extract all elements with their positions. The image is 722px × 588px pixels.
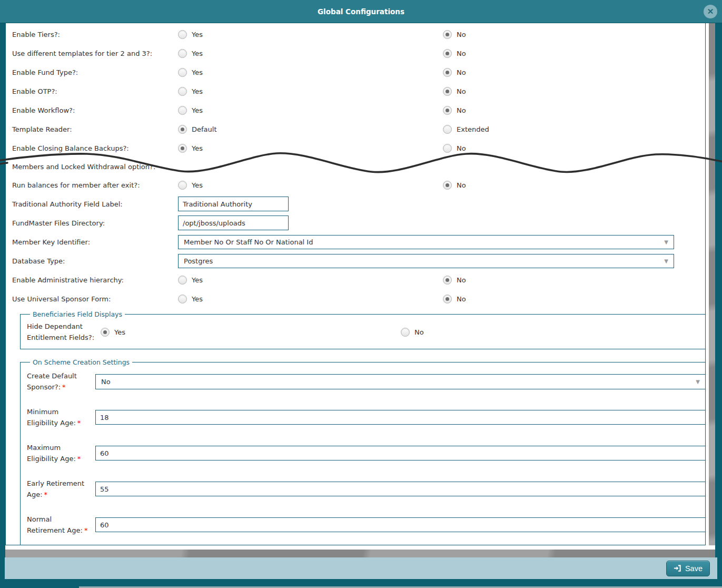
radio-option[interactable]: Yes (101, 328, 401, 337)
radio-button[interactable] (178, 49, 187, 58)
form-row: Traditional Authority Field Label: (12, 194, 705, 213)
field-label: Enable Tiers?: (12, 31, 178, 38)
form-row: Enable Workflow?:YesNo (12, 101, 705, 120)
field-label: Traditional Authority Field Label: (12, 200, 178, 208)
vertical-scrollbar[interactable] (709, 23, 715, 545)
radio-option[interactable]: Yes (178, 87, 443, 96)
form-row: Enable Closing Balance Backups?:YesNo (12, 139, 705, 158)
radio-button[interactable] (443, 295, 452, 303)
radio-option[interactable]: No (443, 295, 705, 303)
radio-option[interactable]: No (443, 276, 705, 285)
radio-option[interactable]: Yes (178, 68, 443, 77)
radio-option-label: No (457, 106, 466, 114)
field-label: Create Default Sponsor?:* (27, 370, 95, 393)
global-configurations-dialog: Global Configurations ✕ Enable Tiers?:Ye… (0, 0, 722, 588)
radio-button[interactable] (178, 276, 187, 285)
field-label: Enable Closing Balance Backups?: (12, 144, 178, 152)
radio-button[interactable] (178, 125, 187, 134)
radio-option[interactable]: Default (178, 125, 443, 134)
required-asterisk: * (77, 419, 81, 427)
radio-option[interactable]: No (443, 106, 705, 115)
radio-button[interactable] (443, 68, 452, 77)
radio-option[interactable]: No (443, 144, 705, 153)
radio-button[interactable] (178, 68, 187, 77)
dropdown-select[interactable]: Member No Or Staff No Or National Id▼ (178, 235, 674, 249)
radio-button[interactable] (101, 328, 110, 337)
text-input[interactable] (95, 482, 706, 496)
radio-option-label: No (457, 144, 466, 152)
form-row: Enable OTP?:YesNo (12, 82, 705, 101)
radio-option[interactable]: No (401, 328, 706, 337)
chevron-down-icon: ▼ (664, 258, 668, 264)
radio-button[interactable] (443, 49, 452, 58)
radio-button[interactable] (178, 106, 187, 115)
dialog-titlebar: Global Configurations ✕ (0, 0, 722, 23)
radio-option[interactable]: Yes (178, 49, 443, 58)
radio-option-label: No (457, 295, 466, 303)
radio-option[interactable]: Yes (178, 106, 443, 115)
radio-option[interactable]: Yes (178, 144, 443, 153)
form-row: Use Universal Sponsor Form:YesNo (12, 289, 705, 308)
form-row: Early Retirement Age:* (27, 478, 706, 500)
dialog-bottom-border (0, 579, 722, 586)
radio-button[interactable] (178, 144, 187, 153)
radio-option[interactable]: Yes (178, 276, 443, 285)
radio-button[interactable] (443, 30, 452, 39)
dialog-body: Enable Tiers?:YesNoUse different templat… (0, 23, 722, 545)
form-row: Template Reader:DefaultExtended (12, 120, 705, 139)
radio-button[interactable] (178, 30, 187, 39)
radio-option-label: Yes (192, 31, 203, 38)
radio-option[interactable]: Extended (443, 125, 705, 134)
radio-button[interactable] (178, 181, 187, 190)
radio-option[interactable]: No (443, 68, 705, 77)
form-content: Enable Tiers?:YesNoUse different templat… (5, 23, 706, 545)
radio-option-label: No (457, 276, 466, 284)
radio-button[interactable] (401, 328, 410, 337)
radio-button[interactable] (443, 106, 452, 115)
radio-option[interactable]: No (443, 87, 705, 96)
radio-option[interactable]: No (443, 49, 705, 58)
form-row: Enable Tiers?:YesNo (12, 25, 705, 44)
dropdown-selected-value: Member No Or Staff No Or National Id (184, 238, 313, 246)
radio-option[interactable]: No (443, 30, 705, 39)
form-row: Members and Locked Withdrawal option?: (12, 158, 705, 175)
radio-option[interactable]: Yes (178, 30, 443, 39)
text-input[interactable] (178, 215, 289, 230)
radio-option-label: No (414, 328, 424, 336)
field-label: Members and Locked Withdrawal option?: (12, 163, 178, 171)
dropdown-select[interactable]: No▼ (95, 374, 706, 389)
radio-option-label: Yes (192, 276, 203, 284)
close-icon[interactable]: ✕ (704, 5, 717, 18)
horizontal-scrollbar[interactable] (5, 550, 715, 557)
radio-option-label: No (457, 31, 466, 38)
text-input[interactable] (178, 197, 289, 211)
dropdown-select[interactable]: Postgres▼ (178, 254, 674, 268)
radio-option-label: Yes (192, 50, 203, 57)
radio-option[interactable]: No (443, 181, 705, 190)
radio-button[interactable] (443, 87, 452, 96)
radio-option-label: No (457, 68, 466, 76)
field-label-text: Create Default Sponsor?: (27, 372, 77, 391)
text-input[interactable] (95, 410, 706, 425)
text-input[interactable] (95, 517, 706, 532)
text-input[interactable] (95, 446, 706, 460)
radio-option[interactable]: Yes (178, 181, 443, 190)
dropdown-selected-value: No (101, 378, 111, 386)
radio-button[interactable] (178, 295, 187, 303)
form-row: Enable Administrative hierarchy:YesNo (12, 270, 705, 289)
radio-button[interactable] (443, 181, 452, 190)
radio-option-label: Extended (457, 125, 489, 133)
radio-button[interactable] (443, 125, 452, 134)
save-button[interactable]: Save (666, 561, 710, 576)
radio-button[interactable] (178, 87, 187, 96)
radio-option-label: No (457, 87, 466, 95)
field-label: Enable Workflow?: (12, 106, 178, 114)
radio-button[interactable] (443, 144, 452, 153)
config-fieldsets: Beneficiaries Field DisplaysHide Dependa… (12, 310, 705, 545)
field-label: Minimum Eligibility Age:* (27, 406, 95, 428)
radio-option[interactable]: Yes (178, 295, 443, 303)
required-asterisk: * (77, 455, 81, 463)
field-label: Enable OTP?: (12, 87, 178, 95)
field-label: Enable Fund Type?: (12, 68, 178, 76)
radio-button[interactable] (443, 276, 452, 285)
